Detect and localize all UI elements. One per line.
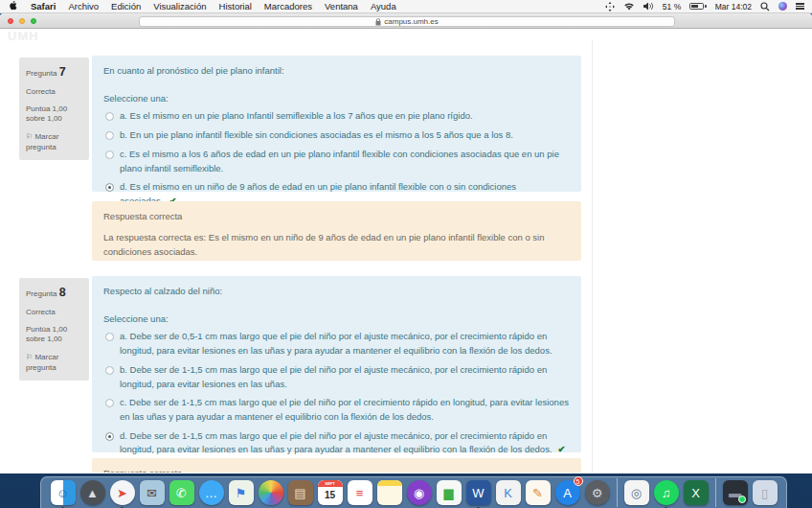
- numbers-app-icon: ▆: [437, 480, 462, 505]
- question-8-option-c[interactable]: c. Debe ser de 1-1,5 cm mas largo que el…: [103, 396, 570, 424]
- excel-glyph: X: [691, 486, 700, 500]
- menu-marcadores[interactable]: Marcadores: [264, 1, 312, 12]
- move-arrows-icon[interactable]: [605, 2, 615, 12]
- radio-button[interactable]: [105, 333, 114, 341]
- volume-icon[interactable]: [643, 2, 654, 11]
- word-glyph: W: [472, 486, 484, 500]
- flag-icon: ⚐: [26, 132, 33, 141]
- question-8-prompt: Seleccione una:: [103, 312, 570, 327]
- finder-glyph: ☺: [56, 486, 69, 500]
- safari-app-icon: ➤: [110, 480, 135, 505]
- contacts-app-icon: ▤: [288, 480, 313, 505]
- facetime-glyph: ✆: [176, 486, 187, 500]
- radio-button[interactable]: [105, 150, 114, 159]
- dock-messages-icon[interactable]: …: [198, 479, 225, 506]
- dock-downloads-stack-icon[interactable]: ▬: [722, 479, 749, 506]
- dock-system-preferences-icon[interactable]: ⚙: [584, 479, 611, 506]
- radio-button-selected[interactable]: [105, 183, 114, 192]
- quiz-page: UMH Pregunta 7 Correcta Puntúa 1,00 sobr…: [0, 29, 812, 473]
- dock-app-store-icon[interactable]: A5: [554, 479, 581, 506]
- battery-icon[interactable]: [689, 3, 707, 10]
- lock-icon: [375, 18, 381, 26]
- facetime-app-icon: ✆: [169, 480, 194, 505]
- notes-app-icon: [377, 480, 402, 505]
- reminders-app-icon: ≡: [348, 480, 372, 505]
- menubar-clock[interactable]: Mar 14:02: [715, 2, 752, 12]
- dock-photos-icon[interactable]: [258, 479, 284, 506]
- notification-center-icon[interactable]: [796, 2, 804, 11]
- question-label: Pregunta: [26, 289, 56, 298]
- system-preferences-glyph: ⚙: [592, 486, 603, 500]
- question-grade-line1: Puntúa 1,00: [26, 325, 67, 334]
- question-7-option-c[interactable]: c. Es el mismo a los 6 años de edad en u…: [103, 148, 570, 175]
- dock-safari-icon[interactable]: ➤: [109, 479, 136, 506]
- question-8-option-b[interactable]: b. Debe ser de 1-1,5 cm mas largo que el…: [103, 363, 570, 391]
- dock-calendar-icon[interactable]: SEPT15: [317, 479, 344, 506]
- question-8-text: Respecto al calzado del niño:: [103, 285, 570, 299]
- apple-menu-icon[interactable]: [10, 2, 18, 12]
- dock-pages-icon[interactable]: ✎: [525, 479, 552, 506]
- dock-keynote-icon[interactable]: K: [495, 479, 522, 506]
- radio-button[interactable]: [105, 366, 114, 375]
- dock-maps-icon[interactable]: ⚑: [228, 479, 255, 506]
- question-7-option-b[interactable]: b. En un pie plano infantil flexible sin…: [103, 128, 570, 143]
- question-8-option-a[interactable]: a. Debe ser de 0,5-1 cm mas largo que el…: [103, 330, 570, 358]
- trash-glyph: ▯: [761, 486, 768, 500]
- radio-button-selected[interactable]: [105, 432, 114, 441]
- address-bar[interactable]: campus.umh.es: [139, 16, 675, 27]
- flag-question-link[interactable]: ⚐ Marcar pregunta: [26, 353, 82, 374]
- question-grade-line2: sobre 1,00: [26, 114, 62, 123]
- desktop: SafariArchivoEdiciónVisualizaciónHistori…: [0, 0, 812, 508]
- correct-check-icon: ✔: [558, 444, 566, 454]
- downloads-badge-dot: [738, 496, 746, 503]
- dock-contacts-icon[interactable]: ▤: [287, 479, 314, 506]
- spotify-glyph: ♫: [662, 486, 671, 500]
- question-7-prompt: Seleccione una:: [103, 92, 570, 106]
- menu-edición[interactable]: Edición: [111, 1, 141, 12]
- menu-safari[interactable]: Safari: [31, 1, 56, 12]
- dock-launchpad-icon[interactable]: ▲: [79, 479, 106, 506]
- dock-trash-icon[interactable]: ▯: [752, 479, 778, 506]
- dock-excel-icon[interactable]: X: [683, 479, 710, 506]
- dock-preview-icon[interactable]: ◎: [623, 479, 650, 506]
- dock-notes-icon[interactable]: [376, 479, 403, 506]
- numbers-glyph: ▆: [444, 486, 454, 500]
- reminders-glyph: ≡: [356, 486, 364, 500]
- dock-spotify-icon[interactable]: ♫: [653, 479, 680, 506]
- question-grade-line2: sobre 1,00: [26, 335, 62, 343]
- siri-icon[interactable]: [778, 2, 787, 11]
- radio-button[interactable]: [105, 112, 114, 121]
- dock-facetime-icon[interactable]: ✆: [169, 479, 195, 506]
- menu-ayuda[interactable]: Ayuda: [371, 1, 396, 12]
- dock-divider: [715, 478, 716, 507]
- question-8-option-d[interactable]: d. Debe ser de 1-1,5 cm mas largo que el…: [103, 429, 570, 457]
- wifi-icon[interactable]: [623, 2, 635, 11]
- question-number: 8: [59, 286, 66, 299]
- preview-glyph: ◎: [631, 486, 642, 500]
- dock-reminders-icon[interactable]: ≡: [347, 479, 373, 506]
- dock: ☺▲➤✉✆…⚑▤SEPT15≡◉▆WK✎A5⚙◎♫X▬▯: [40, 476, 787, 508]
- dock-finder-icon[interactable]: ☺: [50, 479, 77, 506]
- dock-mail-icon[interactable]: ✉: [139, 479, 166, 506]
- pages-glyph: ✎: [532, 486, 543, 500]
- menu-historial[interactable]: Historial: [219, 1, 252, 12]
- dock-numbers-icon[interactable]: ▆: [436, 479, 462, 506]
- radio-button[interactable]: [105, 131, 114, 140]
- question-grade-line1: Puntúa 1,00: [26, 104, 67, 113]
- menu-ventana[interactable]: Ventana: [325, 1, 358, 12]
- question-state: Correcta: [26, 308, 82, 318]
- dock-word-icon[interactable]: W: [465, 479, 492, 506]
- safari-glyph: ➤: [117, 486, 127, 500]
- question-7-option-a[interactable]: a. Es el mismo en un pie plano Infantil …: [103, 109, 570, 124]
- menu-archivo[interactable]: Archivo: [68, 1, 99, 12]
- zoom-window-button[interactable]: [31, 18, 36, 24]
- radio-button[interactable]: [105, 399, 114, 407]
- dock-podcasts-icon[interactable]: ◉: [406, 479, 433, 506]
- maps-app-icon: ⚑: [229, 480, 254, 505]
- close-window-button[interactable]: [8, 18, 13, 24]
- question-number: 7: [59, 65, 66, 79]
- minimize-window-button[interactable]: [19, 18, 25, 24]
- menu-visualización[interactable]: Visualización: [153, 1, 206, 12]
- flag-question-link[interactable]: ⚐ Marcar pregunta: [26, 132, 82, 153]
- spotlight-search-icon[interactable]: [760, 2, 770, 12]
